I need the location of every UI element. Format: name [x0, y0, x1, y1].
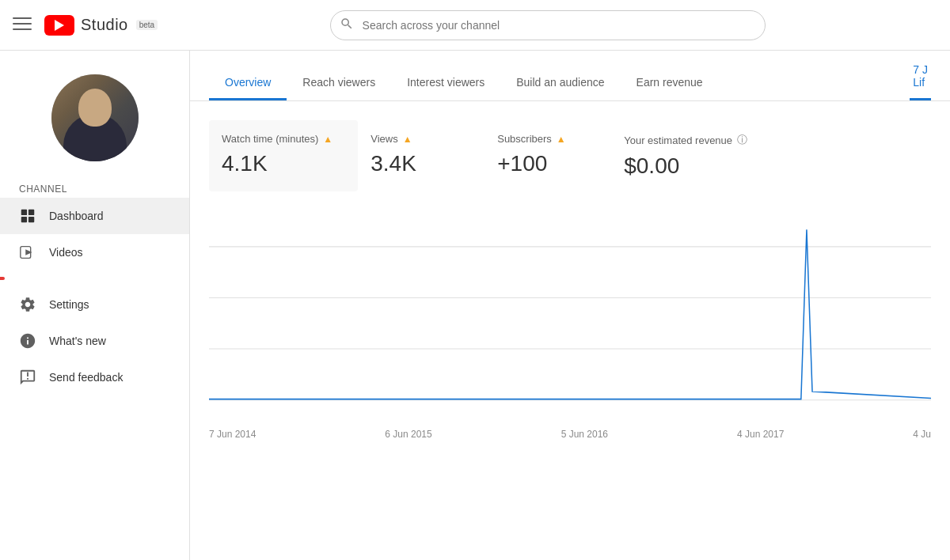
sidebar-item-videos[interactable]: Videos [0, 234, 189, 271]
settings-icon [19, 296, 36, 313]
tab-overview[interactable]: Overview [209, 63, 287, 100]
stats-container: Watch time (minutes) ▲ 4.1K Views ▲ 3.4K… [190, 101, 950, 204]
stat-views-label: Views ▲ [370, 133, 459, 145]
sidebar-item-feedback[interactable]: Send feedback [0, 359, 189, 395]
svg-rect-3 [21, 210, 27, 215]
subscribers-warning-icon: ▲ [557, 134, 566, 145]
logo: Studio beta [44, 15, 158, 36]
x-label-1: 6 Jun 2015 [385, 429, 431, 440]
svg-rect-0 [13, 17, 32, 19]
sidebar-label-whatsnew: What's new [49, 335, 106, 347]
search-icon [340, 17, 354, 34]
views-warning-icon: ▲ [403, 134, 412, 145]
studio-text: Studio [81, 16, 128, 34]
x-label-4: 4 Ju [913, 429, 931, 440]
stat-revenue-label: Your estimated revenue ⓘ [624, 133, 747, 147]
search-input[interactable] [330, 10, 766, 40]
chart-xaxis: 7 Jun 2014 6 Jun 2015 5 Jun 2016 4 Jun 2… [190, 426, 950, 452]
sidebar-divider [0, 277, 5, 280]
dashboard-icon [19, 207, 36, 225]
tab-lifetime[interactable]: 7 J Lif [910, 51, 931, 100]
x-label-3: 4 Jun 2017 [737, 429, 784, 440]
menu-button[interactable] [13, 14, 32, 36]
tab-right-sublabel: Lif [913, 76, 928, 89]
svg-rect-5 [21, 217, 27, 222]
videos-icon [19, 244, 36, 261]
feedback-icon [19, 369, 36, 386]
sidebar: Channel Dashboard Videos Settings [0, 51, 190, 560]
tab-interest[interactable]: Interest viewers [391, 63, 500, 100]
main-content: Overview Reach viewers Interest viewers … [190, 51, 950, 560]
sidebar-label-settings: Settings [49, 298, 89, 311]
chart-container [190, 204, 950, 426]
stat-subscribers-value: +100 [497, 151, 586, 176]
youtube-logo-icon [44, 15, 74, 36]
sidebar-label-dashboard: Dashboard [49, 210, 104, 222]
svg-rect-2 [13, 28, 32, 30]
sidebar-label-videos: Videos [49, 246, 83, 259]
sidebar-item-settings[interactable]: Settings [0, 286, 189, 323]
avatar-container [0, 51, 189, 177]
x-label-0: 7 Jun 2014 [209, 429, 256, 440]
stat-watch-time: Watch time (minutes) ▲ 4.1K [209, 120, 358, 191]
tab-right-label: 7 J [913, 63, 928, 76]
svg-rect-1 [13, 23, 32, 25]
sidebar-item-dashboard[interactable]: Dashboard [0, 198, 189, 234]
avatar-image [51, 74, 139, 161]
revenue-info-icon: ⓘ [737, 133, 747, 147]
stat-subscribers-label: Subscribers ▲ [497, 133, 586, 145]
header: Studio beta [0, 0, 950, 51]
svg-rect-4 [28, 210, 34, 215]
sidebar-label-feedback: Send feedback [49, 371, 123, 384]
stat-subscribers: Subscribers ▲ +100 [484, 120, 611, 191]
watch-time-warning-icon: ▲ [323, 134, 332, 145]
stat-watch-time-value: 4.1K [222, 151, 332, 176]
search-container [330, 10, 766, 40]
tab-audience[interactable]: Build an audience [500, 63, 620, 100]
stat-views-value: 3.4K [370, 151, 459, 176]
svg-rect-6 [28, 217, 34, 222]
main-layout: Channel Dashboard Videos Settings [0, 51, 950, 560]
beta-badge: beta [136, 20, 158, 30]
whatsnew-icon [19, 332, 36, 350]
stat-revenue: Your estimated revenue ⓘ $0.00 [611, 120, 773, 191]
chart-svg [209, 204, 931, 426]
channel-section-label: Channel [0, 177, 189, 198]
tab-revenue[interactable]: Earn revenue [621, 63, 719, 100]
tab-reach[interactable]: Reach viewers [287, 63, 391, 100]
stat-views: Views ▲ 3.4K [358, 120, 484, 191]
stat-revenue-value: $0.00 [624, 153, 747, 179]
tabs-container: Overview Reach viewers Interest viewers … [190, 51, 950, 101]
avatar [51, 74, 139, 161]
stat-watch-time-label: Watch time (minutes) ▲ [222, 133, 332, 145]
x-label-2: 5 Jun 2016 [561, 429, 608, 440]
sidebar-item-whatsnew[interactable]: What's new [0, 323, 189, 359]
